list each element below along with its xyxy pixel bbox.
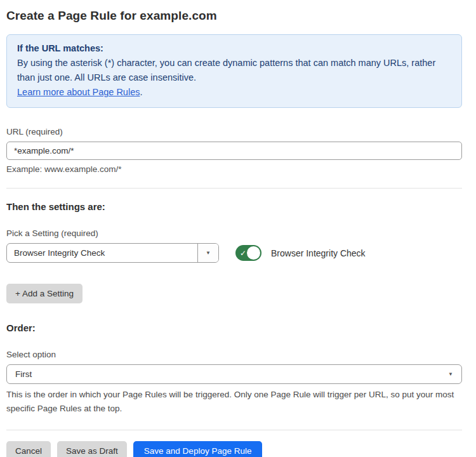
order-select[interactable]: First ▼: [6, 364, 462, 384]
url-example-text: Example: www.example.com/*: [6, 164, 462, 174]
url-field-label: URL (required): [6, 127, 462, 136]
url-input[interactable]: [6, 142, 462, 160]
chevron-down-icon: ▼: [448, 371, 453, 377]
pick-setting-label: Pick a Setting (required): [6, 228, 462, 238]
footer-buttons: Cancel Save as Draft Save and Deploy Pag…: [6, 441, 462, 457]
setting-row: Browser Integrity Check ▼ ✓ Browser Inte…: [6, 243, 462, 263]
info-box-link-line: Learn more about Page Rules.: [17, 85, 451, 100]
setting-select[interactable]: Browser Integrity Check ▼: [6, 243, 219, 263]
setting-toggle[interactable]: ✓: [235, 245, 261, 261]
section-divider: [6, 188, 462, 189]
link-period: .: [140, 87, 142, 97]
info-box-body: By using the asterisk (*) character, you…: [17, 56, 451, 85]
footer-divider: [6, 430, 462, 430]
page-title: Create a Page Rule for example.com: [6, 9, 462, 23]
settings-heading: Then the settings are:: [6, 201, 462, 212]
cancel-button[interactable]: Cancel: [6, 441, 51, 457]
learn-more-link[interactable]: Learn more about Page Rules: [17, 87, 140, 97]
order-select-value: First: [15, 369, 32, 379]
page-rule-form: Create a Page Rule for example.com If th…: [0, 0, 476, 457]
toggle-knob: [247, 246, 260, 260]
save-draft-button[interactable]: Save as Draft: [57, 441, 127, 457]
toggle-label: Browser Integrity Check: [271, 248, 366, 258]
setting-select-value: Browser Integrity Check: [7, 248, 197, 258]
save-deploy-button[interactable]: Save and Deploy Page Rule: [133, 441, 263, 457]
info-box-heading: If the URL matches:: [17, 41, 451, 56]
add-setting-button[interactable]: + Add a Setting: [6, 284, 83, 303]
url-match-info-box: If the URL matches: By using the asteris…: [6, 34, 462, 108]
check-icon: ✓: [240, 249, 246, 257]
order-heading: Order:: [6, 322, 462, 333]
order-select-label: Select option: [6, 350, 462, 359]
chevron-down-icon[interactable]: ▼: [197, 244, 218, 262]
order-help-text: This is the order in which your Page Rul…: [6, 388, 462, 415]
